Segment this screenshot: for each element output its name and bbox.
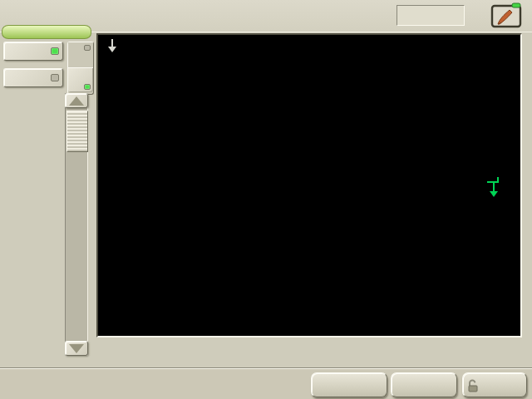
rz-nrz-toggle <box>67 42 94 95</box>
msk-test-led <box>51 74 59 81</box>
touchscreen-button[interactable] <box>489 2 525 29</box>
eye-diagram-canvas <box>98 35 520 336</box>
clock <box>397 5 465 26</box>
eye-meas-button[interactable] <box>3 42 63 61</box>
nrz-led <box>84 84 91 90</box>
timebase-panel[interactable] <box>311 372 387 397</box>
up-arrow-icon <box>69 96 84 106</box>
eye-meas-led <box>51 47 59 55</box>
rz-led <box>84 45 91 51</box>
sidebar <box>0 37 95 368</box>
down-arrow-icon <box>69 344 84 353</box>
scroll-up-button[interactable] <box>65 93 88 108</box>
status-bar <box>0 368 532 399</box>
waveform-display <box>96 33 522 337</box>
rz-option[interactable] <box>68 42 93 67</box>
sidebar-scrollbar-thumb[interactable] <box>66 111 88 152</box>
scroll-down-button[interactable] <box>65 341 88 356</box>
touchscreen-icon <box>489 2 525 29</box>
nrz-option[interactable] <box>68 67 93 92</box>
mode-tab <box>2 25 91 39</box>
trigger-panel[interactable] <box>391 372 457 397</box>
instrument-screen <box>0 0 532 399</box>
pattern-lock-button[interactable] <box>462 372 527 397</box>
msk-test-button[interactable] <box>3 68 63 87</box>
lock-open-icon <box>467 378 479 392</box>
